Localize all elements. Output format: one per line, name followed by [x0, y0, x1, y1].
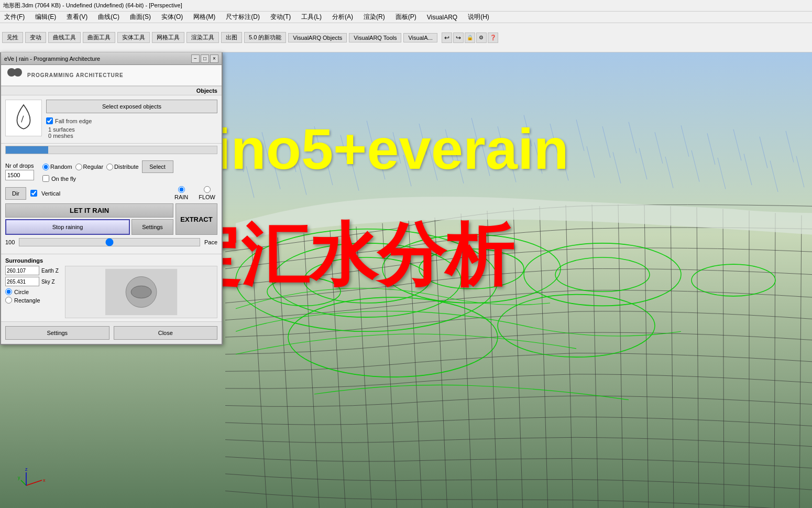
random-option[interactable]: Random	[42, 164, 72, 170]
flow-option[interactable]: FLOW	[199, 186, 215, 200]
tab-visualarq-more[interactable]: VisualA...	[403, 33, 437, 42]
tab-mesh-tools[interactable]: 网格工具	[152, 32, 184, 43]
drops-row: Nr of drops Random Regular	[5, 160, 217, 182]
pace-label: Pace	[204, 239, 217, 245]
objects-label: Objects	[196, 88, 217, 94]
dialog-close-btn[interactable]: ×	[210, 55, 218, 63]
menu-edit[interactable]: 编辑(E)	[33, 12, 58, 23]
stop-raining-button[interactable]: Stop raining	[5, 219, 130, 235]
settings-button[interactable]: Settings	[5, 326, 109, 340]
menu-solid[interactable]: 实体(O)	[159, 12, 185, 23]
plugin-logo-icon	[6, 67, 23, 84]
tab-new-features[interactable]: 5.0 的新功能	[244, 32, 286, 43]
bottom-buttons-row: Settings Close	[1, 321, 222, 344]
rain-mode-radio[interactable]	[178, 186, 185, 193]
sky-z-label: Sky Z	[41, 279, 55, 285]
tab-solid-tools[interactable]: 实体工具	[117, 32, 150, 43]
tab-curve-tools[interactable]: 曲线工具	[48, 32, 81, 43]
surroundings-title: Surroundings	[5, 257, 217, 264]
menu-render[interactable]: 渲染(R)	[361, 12, 387, 23]
nr-drops-input[interactable]	[5, 170, 34, 180]
nr-drops-label: Nr of drops	[5, 163, 34, 169]
menu-curve[interactable]: 曲线(C)	[96, 12, 122, 23]
circle-radio[interactable]	[5, 288, 12, 295]
window-title: 地形图.3dm (7064 KB) - Undefined (Undefined…	[3, 2, 182, 9]
select-exposed-objects-button[interactable]: Select exposed objects	[46, 100, 217, 113]
on-the-fly-label: On the fly	[51, 176, 76, 182]
settings-small-button[interactable]: Settings	[131, 219, 173, 235]
toolbar-icon-4[interactable]: ⚙	[476, 33, 487, 43]
close-button[interactable]: Close	[114, 326, 218, 340]
circle-label: Circle	[14, 289, 29, 295]
tab-print[interactable]: 出图	[221, 32, 242, 43]
earth-z-input[interactable]	[5, 266, 39, 275]
plugin-dialog: eVe | rain - Programming Architecture − …	[0, 52, 223, 345]
title-bar: 地形图.3dm (7064 KB) - Undefined (Undefined…	[0, 0, 812, 12]
let-it-rain-button[interactable]: LET IT RAIN	[5, 203, 173, 218]
rectangle-radio[interactable]	[5, 297, 12, 304]
controls-panel: Nr of drops Random Regular	[1, 156, 222, 254]
action-buttons-row: LET IT RAIN Stop raining Settings EXTRAC…	[5, 203, 217, 235]
vertical-checkbox[interactable]	[30, 190, 37, 197]
toolbar-icon-1[interactable]: ↩	[442, 33, 452, 43]
toolbar-icon-5[interactable]: ❓	[488, 33, 498, 43]
menu-visualarq[interactable]: VisualARQ	[425, 13, 459, 22]
toolbar-area: 见性 变动 曲线工具 曲面工具 实体工具 网格工具 渲染工具 出图 5.0 的新…	[0, 23, 812, 52]
dialog-minimize-btn[interactable]: −	[191, 55, 200, 63]
rain-option[interactable]: RAIN	[174, 186, 188, 200]
main-layout: rhino5+everain 搞定汇水分析 x y z eVe | rain -…	[0, 52, 812, 508]
on-the-fly-checkbox[interactable]	[42, 175, 49, 182]
menu-surface[interactable]: 曲面(S)	[128, 12, 153, 23]
select-distribution-button[interactable]: Select	[142, 160, 173, 173]
rain-icon-box	[5, 100, 42, 136]
objects-info: Fall from edge 1 surfaces 0 meshes	[46, 117, 92, 139]
fall-from-edge-label: Fall from edge	[55, 118, 92, 124]
distribute-option[interactable]: Distribute	[106, 164, 138, 170]
distribute-radio[interactable]	[106, 164, 113, 170]
distribution-radio-group: Random Regular Distribute Select	[42, 160, 217, 173]
extract-button[interactable]: EXTRACT	[175, 203, 217, 235]
dialog-title-bar[interactable]: eVe | rain - Programming Architecture − …	[1, 52, 222, 65]
menu-transform[interactable]: 变动(T)	[268, 12, 293, 23]
menu-help[interactable]: 说明(H)	[466, 12, 491, 23]
fall-from-edge-checkbox[interactable]	[46, 117, 53, 124]
random-label: Random	[50, 164, 72, 170]
dialog-restore-btn[interactable]: □	[201, 55, 209, 63]
menu-mesh[interactable]: 网格(M)	[191, 12, 217, 23]
pace-slider[interactable]	[19, 238, 200, 246]
rectangle-option[interactable]: Rectangle	[5, 297, 59, 304]
rain-mode-label: RAIN	[174, 194, 188, 200]
regular-option[interactable]: Regular	[75, 164, 104, 170]
toolbar-icon-3[interactable]: 🔒	[465, 33, 475, 43]
plugin-logo-area: PROGRAMMING ARCHITECTURE	[1, 65, 222, 86]
tab-properties[interactable]: 见性	[2, 32, 23, 43]
circle-option[interactable]: Circle	[5, 288, 59, 295]
tab-surface-tools[interactable]: 曲面工具	[83, 32, 115, 43]
menu-tools[interactable]: 工具(L)	[299, 12, 324, 23]
tab-visualarq-tools[interactable]: VisualARQ Tools	[349, 33, 401, 42]
distribute-label: Distribute	[114, 164, 138, 170]
sky-z-row: Sky Z	[5, 277, 59, 286]
toolbar-icon-2[interactable]: ↪	[453, 33, 464, 43]
tab-transform[interactable]: 变动	[25, 32, 46, 43]
tab-visualarq-objects[interactable]: VisualARQ Objects	[288, 33, 347, 42]
menu-panel[interactable]: 面板(P)	[393, 12, 419, 23]
dir-button[interactable]: Dir	[5, 187, 26, 200]
meshes-count: 0 meshes	[48, 133, 92, 139]
surroundings-section: Surroundings Earth Z Sky Z Circle	[1, 254, 222, 321]
menu-view[interactable]: 查看(V)	[64, 12, 90, 23]
sky-z-input[interactable]	[5, 277, 39, 286]
rectangle-label: Rectangle	[14, 297, 40, 304]
menu-file[interactable]: 文件(F)	[2, 12, 27, 23]
surroundings-preview	[65, 266, 217, 318]
dialog-title-text: eVe | rain - Programming Architecture	[4, 56, 100, 62]
random-radio[interactable]	[42, 164, 49, 170]
dir-section: Dir Vertical RAIN FLOW	[5, 186, 217, 200]
svg-point-66	[131, 286, 151, 298]
menu-dimension[interactable]: 尺寸标注(D)	[224, 12, 262, 23]
menu-analysis[interactable]: 分析(A)	[330, 12, 355, 23]
regular-radio[interactable]	[75, 164, 82, 170]
flow-mode-radio[interactable]	[204, 186, 211, 193]
pace-value-label: 100	[5, 239, 15, 245]
tab-render-tools[interactable]: 渲染工具	[186, 32, 219, 43]
